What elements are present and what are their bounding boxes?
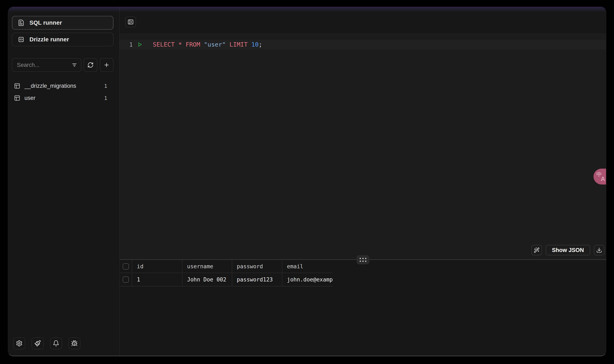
add-query-button[interactable] — [100, 58, 114, 72]
file-code-icon — [18, 19, 25, 26]
results-pane: idusernamepasswordemail1John Doe 002pass… — [120, 260, 606, 356]
sidebar-item-sql-runner[interactable]: SQL runner — [12, 16, 114, 30]
sql-token-keyword: LIMIT — [229, 41, 248, 48]
sql-token-keyword: FROM — [186, 41, 200, 48]
select-all-checkbox[interactable] — [123, 263, 129, 270]
sql-token-plain — [200, 41, 204, 48]
notifications-button[interactable] — [50, 337, 62, 349]
show-json-button[interactable]: Show JSON — [546, 245, 590, 255]
sidebar-item-label: SQL runner — [29, 19, 62, 26]
sql-token-plain — [175, 41, 178, 48]
sql-token-keyword: * — [178, 41, 182, 48]
table-list: __drizzle_migrations1user1 — [12, 80, 114, 104]
translate-icon: 中 A — [596, 171, 606, 182]
sql-token-plain — [182, 41, 186, 48]
bug-icon — [71, 340, 78, 347]
refresh-icon — [87, 62, 94, 68]
table-row[interactable]: 1John Doe 002password123john.doe@examp — [120, 273, 333, 286]
report-bug-button[interactable] — [68, 337, 80, 349]
download-button[interactable] — [594, 245, 604, 255]
cell[interactable]: John Doe 002 — [182, 273, 232, 286]
settings-button[interactable] — [13, 337, 25, 349]
download-icon — [596, 247, 602, 253]
table-row-count: 1 — [104, 95, 107, 101]
search-box — [12, 58, 81, 72]
collapse-sidebar-button[interactable] — [125, 16, 136, 27]
wand-sparkles-icon — [534, 247, 540, 253]
sql-token-number: 10 — [251, 41, 259, 48]
sidebar-item-label: Drizzle runner — [29, 36, 69, 43]
results-toolbar: Show JSON — [531, 245, 604, 255]
refresh-button[interactable] — [84, 58, 97, 72]
app-window: SQL runner Drizzle runner — [8, 7, 606, 356]
filter-icon[interactable] — [71, 62, 78, 68]
table-icon — [14, 83, 20, 89]
results-header-row: idusernamepasswordemail — [120, 260, 333, 273]
settings-icon — [16, 340, 23, 347]
sql-token-plain — [226, 41, 229, 48]
plus-icon — [104, 62, 110, 68]
row-checkbox[interactable] — [123, 276, 129, 283]
sidebar-footer — [13, 337, 80, 349]
main-pane: 1 SELECT * FROM "user" LIMIT 10; — [120, 7, 606, 356]
bell-icon — [53, 340, 59, 347]
search-input[interactable] — [12, 58, 81, 72]
magic-wand-button[interactable] — [531, 245, 542, 255]
select-all-cell — [120, 260, 132, 273]
column-header[interactable]: username — [182, 260, 232, 273]
sql-token-string: "user" — [204, 41, 226, 48]
sql-editor[interactable]: 1 SELECT * FROM "user" LIMIT 10; — [120, 35, 606, 259]
sidebar-item-drizzle-runner[interactable]: Drizzle runner — [12, 33, 114, 46]
table-list-item[interactable]: __drizzle_migrations1 — [12, 80, 114, 92]
line-number: 1 — [128, 41, 133, 48]
sql-token-keyword: SELECT — [153, 41, 175, 48]
table-list-item[interactable]: user1 — [12, 92, 114, 104]
cell[interactable]: 1 — [132, 273, 182, 286]
column-header[interactable]: email — [282, 260, 333, 273]
cell[interactable]: john.doe@examp — [282, 273, 333, 286]
sql-code-line[interactable]: 1 SELECT * FROM "user" LIMIT 10; — [120, 40, 606, 49]
play-icon — [137, 42, 143, 47]
sql-token-plain: ; — [259, 41, 262, 48]
square-code-icon — [18, 36, 25, 43]
sql-token-plain — [248, 41, 251, 48]
results-table: idusernamepasswordemail1John Doe 002pass… — [120, 260, 333, 286]
row-select-cell — [120, 273, 132, 286]
table-name: user — [25, 95, 104, 101]
panel-left-close-icon — [128, 19, 134, 25]
run-query-button[interactable] — [136, 41, 143, 48]
column-header[interactable]: password — [232, 260, 282, 273]
sidebar: SQL runner Drizzle runner — [8, 7, 120, 356]
table-name: __drizzle_migrations — [25, 83, 104, 89]
search-row — [12, 58, 114, 72]
grip-dots-icon — [360, 258, 366, 262]
column-header[interactable]: id — [132, 260, 182, 273]
table-row-count: 1 — [104, 83, 107, 89]
theme-button[interactable] — [32, 337, 44, 349]
sql-code: SELECT * FROM "user" LIMIT 10; — [153, 41, 262, 48]
cell[interactable]: password123 — [232, 273, 282, 286]
table-icon — [14, 95, 20, 101]
resize-drag-handle[interactable] — [356, 255, 369, 264]
paintbrush-icon — [34, 340, 41, 347]
main-header — [120, 7, 606, 34]
